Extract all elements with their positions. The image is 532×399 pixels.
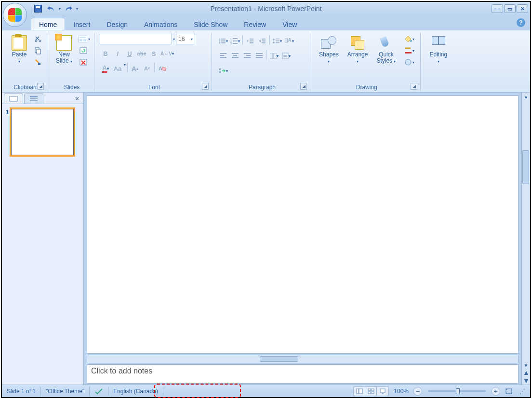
align-left-button[interactable] [217,50,229,62]
numbering-button[interactable]: 123▾ [229,35,241,47]
align-text-button[interactable]: ▾ [280,50,292,62]
svg-rect-3 [37,49,40,54]
layout-button[interactable]: ▾ [78,34,91,44]
next-slide[interactable]: ⯆ [522,377,530,385]
slides-tab[interactable] [4,93,23,104]
language-button[interactable]: English (Canada) [111,388,160,395]
change-case-button[interactable]: Aa [112,63,123,74]
grow-font-button[interactable]: A▴ [129,63,141,74]
char-spacing-button[interactable]: A↔V▾ [160,48,174,59]
slide-thumbnail-1[interactable]: 1 [6,109,80,155]
drawing-launcher[interactable]: ◢ [411,83,417,90]
hscroll-thumb[interactable] [260,356,298,362]
shrink-font-button[interactable]: A▾ [141,63,153,74]
zoom-slider[interactable] [428,390,486,392]
zoom-out-button[interactable]: − [413,387,422,396]
font-name-dropdown[interactable]: ▾ [173,37,175,41]
slideshow-view-button[interactable] [377,387,388,396]
line-spacing-button[interactable]: ▾ [271,35,283,47]
delete-slide-button[interactable] [78,57,89,67]
arrange-button[interactable]: Arrange▾ [344,34,372,66]
font-color-button[interactable]: A▾ [100,63,111,74]
horizontal-scrollbar[interactable] [87,355,519,363]
clear-formatting-button[interactable]: A [156,63,168,74]
scroll-down[interactable]: ▼ [522,361,530,369]
font-launcher[interactable]: ◢ [202,83,209,90]
tab-insert[interactable]: Insert [65,18,98,30]
vertical-scrollbar[interactable]: ▲ ▼ ⯅ ⯆ [521,93,530,385]
new-slide-button[interactable]: New Slide ▾ [53,34,76,66]
bold-button[interactable]: B [100,48,111,59]
qat-customize[interactable]: ▾ [76,7,78,11]
office-button[interactable] [3,3,27,27]
spellcheck-button[interactable] [93,388,105,395]
normal-view-button[interactable] [354,387,365,396]
notes-pane[interactable]: Click to add notes [87,364,519,384]
theme-name[interactable]: "Office Theme" [44,388,86,395]
prev-slide[interactable]: ⯅ [522,369,530,377]
title-bar: ▾ ▾ Presentation1 - Microsoft PowerPoint… [2,2,530,15]
maximize-button[interactable]: ▭ [504,4,516,13]
justify-icon [256,53,263,59]
svg-rect-60 [30,100,38,101]
vscroll-thumb[interactable] [522,150,529,184]
italic-button[interactable]: I [112,48,123,59]
format-painter-button[interactable] [32,57,44,67]
close-button[interactable]: ✕ [517,4,528,13]
fit-to-window-button[interactable] [503,388,515,395]
resize-grip[interactable]: ⋰ [518,388,527,395]
shape-effects-button[interactable]: ▾ [401,57,417,67]
svg-rect-44 [256,53,263,54]
text-direction-button[interactable]: ||A▾ [283,35,295,47]
editing-button[interactable]: Editing▾ [426,34,451,66]
tab-view[interactable]: View [274,18,305,30]
save-button[interactable] [33,3,43,14]
bullets-button[interactable]: ▾ [217,35,229,47]
underline-button[interactable]: U [124,48,135,59]
reset-button[interactable] [78,45,89,56]
svg-rect-58 [30,96,38,97]
tab-design[interactable]: Design [98,18,136,30]
align-right-button[interactable] [241,50,253,62]
font-size-combo[interactable]: 18▾ [176,34,195,44]
redo-button[interactable] [63,3,74,14]
shadow-button[interactable]: S [148,48,160,59]
help-button[interactable]: ? [517,18,525,27]
zoom-level[interactable]: 100% [392,388,411,395]
sorter-view-button[interactable] [365,387,377,396]
minimize-button[interactable]: — [492,4,503,13]
columns-button[interactable]: ▾ [268,50,280,62]
quick-styles-button[interactable]: Quick Styles ▾ [373,34,399,66]
clipboard-launcher[interactable]: ◢ [37,83,44,90]
paragraph-launcher[interactable]: ◢ [300,83,307,90]
cut-button[interactable] [32,34,44,44]
shape-fill-button[interactable]: ▾ [401,34,417,44]
font-name-combo[interactable] [100,34,172,44]
tab-home[interactable]: Home [31,18,65,30]
copy-button[interactable] [32,45,44,56]
tab-review[interactable]: Review [236,18,274,30]
justify-button[interactable] [253,50,265,62]
scroll-up[interactable]: ▲ [522,93,530,100]
svg-rect-47 [270,53,273,59]
convert-smartart-button[interactable]: ▾ [217,65,229,77]
shape-outline-button[interactable]: ▾ [401,45,417,56]
undo-dropdown[interactable]: ▾ [59,7,61,11]
quick-access-toolbar: ▾ ▾ [33,3,78,14]
slide-count[interactable]: Slide 1 of 1 [5,388,38,395]
tab-animations[interactable]: Animations [136,18,186,30]
shapes-button[interactable]: Shapes▾ [316,34,342,66]
strike-button[interactable]: abc [136,48,147,59]
outline-tab[interactable] [24,93,43,104]
undo-button[interactable] [46,3,56,14]
paste-button[interactable]: Paste▾ [8,34,30,66]
close-pane-button[interactable]: ✕ [73,95,81,102]
tab-slide-show[interactable]: Slide Show [186,18,236,30]
slide-canvas[interactable] [87,95,519,354]
zoom-in-button[interactable]: + [492,387,500,396]
zoom-handle[interactable] [456,388,460,394]
increase-indent-button[interactable] [256,35,268,47]
align-center-button[interactable] [229,50,241,62]
decrease-indent-button[interactable] [244,35,256,47]
group-slides: New Slide ▾ ▾ Slides [49,32,94,91]
